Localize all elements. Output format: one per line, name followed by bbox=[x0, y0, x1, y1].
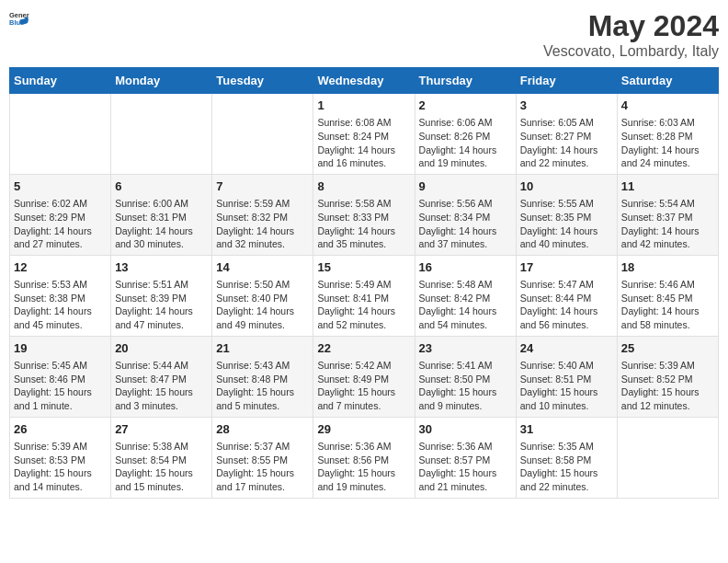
logo: General Blue bbox=[9, 9, 29, 33]
day-number: 17 bbox=[520, 259, 613, 276]
col-header-friday: Friday bbox=[516, 68, 617, 94]
day-info: Sunrise: 5:42 AMSunset: 8:49 PMDaylight:… bbox=[317, 359, 410, 413]
calendar-cell: 28Sunrise: 5:37 AMSunset: 8:55 PMDayligh… bbox=[212, 417, 313, 498]
day-number: 21 bbox=[216, 340, 309, 357]
calendar-cell: 27Sunrise: 5:38 AMSunset: 8:54 PMDayligh… bbox=[111, 417, 212, 498]
day-info: Sunrise: 6:05 AMSunset: 8:27 PMDaylight:… bbox=[520, 116, 613, 170]
calendar-cell bbox=[212, 94, 313, 175]
day-number: 15 bbox=[317, 259, 410, 276]
day-number: 7 bbox=[216, 178, 309, 195]
calendar-cell: 30Sunrise: 5:36 AMSunset: 8:57 PMDayligh… bbox=[415, 417, 516, 498]
day-number: 24 bbox=[520, 340, 613, 357]
day-info: Sunrise: 5:47 AMSunset: 8:44 PMDaylight:… bbox=[520, 278, 613, 332]
col-header-sunday: Sunday bbox=[10, 68, 111, 94]
day-number: 14 bbox=[216, 259, 309, 276]
day-info: Sunrise: 5:39 AMSunset: 8:53 PMDaylight:… bbox=[14, 440, 107, 494]
day-info: Sunrise: 5:58 AMSunset: 8:33 PMDaylight:… bbox=[317, 197, 410, 251]
calendar-cell: 1Sunrise: 6:08 AMSunset: 8:24 PMDaylight… bbox=[313, 94, 415, 175]
calendar-cell: 16Sunrise: 5:48 AMSunset: 8:42 PMDayligh… bbox=[415, 255, 516, 336]
day-number: 3 bbox=[520, 98, 613, 114]
day-number: 29 bbox=[317, 421, 410, 438]
day-number: 6 bbox=[115, 178, 208, 195]
day-number: 1 bbox=[317, 98, 410, 114]
day-number: 25 bbox=[621, 340, 714, 357]
day-info: Sunrise: 5:39 AMSunset: 8:52 PMDaylight:… bbox=[621, 359, 714, 413]
week-row-1: 1Sunrise: 6:08 AMSunset: 8:24 PMDaylight… bbox=[10, 94, 719, 175]
day-info: Sunrise: 5:53 AMSunset: 8:38 PMDaylight:… bbox=[14, 278, 107, 332]
day-info: Sunrise: 5:54 AMSunset: 8:37 PMDaylight:… bbox=[621, 197, 714, 251]
calendar-cell: 17Sunrise: 5:47 AMSunset: 8:44 PMDayligh… bbox=[516, 255, 617, 336]
day-number: 27 bbox=[115, 421, 208, 438]
day-info: Sunrise: 6:06 AMSunset: 8:26 PMDaylight:… bbox=[419, 116, 512, 170]
calendar-cell: 8Sunrise: 5:58 AMSunset: 8:33 PMDaylight… bbox=[313, 174, 415, 255]
calendar-cell bbox=[617, 417, 718, 498]
day-info: Sunrise: 5:40 AMSunset: 8:51 PMDaylight:… bbox=[520, 359, 613, 413]
day-number: 11 bbox=[621, 178, 714, 195]
calendar-cell: 31Sunrise: 5:35 AMSunset: 8:58 PMDayligh… bbox=[516, 417, 617, 498]
calendar-cell: 26Sunrise: 5:39 AMSunset: 8:53 PMDayligh… bbox=[10, 417, 111, 498]
day-info: Sunrise: 5:49 AMSunset: 8:41 PMDaylight:… bbox=[317, 278, 410, 332]
calendar-cell: 4Sunrise: 6:03 AMSunset: 8:28 PMDaylight… bbox=[617, 94, 718, 175]
day-number: 26 bbox=[14, 421, 107, 438]
calendar-cell: 25Sunrise: 5:39 AMSunset: 8:52 PMDayligh… bbox=[617, 336, 718, 417]
calendar-cell: 13Sunrise: 5:51 AMSunset: 8:39 PMDayligh… bbox=[111, 255, 212, 336]
day-number: 12 bbox=[14, 259, 107, 276]
week-row-4: 19Sunrise: 5:45 AMSunset: 8:46 PMDayligh… bbox=[10, 336, 719, 417]
week-row-3: 12Sunrise: 5:53 AMSunset: 8:38 PMDayligh… bbox=[10, 255, 719, 336]
calendar-cell: 15Sunrise: 5:49 AMSunset: 8:41 PMDayligh… bbox=[313, 255, 415, 336]
col-header-tuesday: Tuesday bbox=[212, 68, 313, 94]
calendar-table: SundayMondayTuesdayWednesdayThursdayFrid… bbox=[9, 67, 719, 499]
day-number: 19 bbox=[14, 340, 107, 357]
calendar-cell: 14Sunrise: 5:50 AMSunset: 8:40 PMDayligh… bbox=[212, 255, 313, 336]
day-number: 2 bbox=[419, 98, 512, 114]
day-number: 16 bbox=[419, 259, 512, 276]
day-number: 4 bbox=[621, 98, 714, 114]
col-header-wednesday: Wednesday bbox=[313, 68, 415, 94]
calendar-cell: 11Sunrise: 5:54 AMSunset: 8:37 PMDayligh… bbox=[617, 174, 718, 255]
day-info: Sunrise: 6:03 AMSunset: 8:28 PMDaylight:… bbox=[621, 116, 714, 170]
day-number: 5 bbox=[14, 178, 107, 195]
day-info: Sunrise: 5:44 AMSunset: 8:47 PMDaylight:… bbox=[115, 359, 208, 413]
page-title: May 2024 bbox=[543, 9, 719, 43]
day-number: 13 bbox=[115, 259, 208, 276]
day-info: Sunrise: 5:56 AMSunset: 8:34 PMDaylight:… bbox=[419, 197, 512, 251]
week-row-2: 5Sunrise: 6:02 AMSunset: 8:29 PMDaylight… bbox=[10, 174, 719, 255]
calendar-cell: 18Sunrise: 5:46 AMSunset: 8:45 PMDayligh… bbox=[617, 255, 718, 336]
day-info: Sunrise: 5:55 AMSunset: 8:35 PMDaylight:… bbox=[520, 197, 613, 251]
calendar-cell: 29Sunrise: 5:36 AMSunset: 8:56 PMDayligh… bbox=[313, 417, 415, 498]
day-info: Sunrise: 5:41 AMSunset: 8:50 PMDaylight:… bbox=[419, 359, 512, 413]
calendar-cell: 20Sunrise: 5:44 AMSunset: 8:47 PMDayligh… bbox=[111, 336, 212, 417]
calendar-cell: 19Sunrise: 5:45 AMSunset: 8:46 PMDayligh… bbox=[10, 336, 111, 417]
day-number: 10 bbox=[520, 178, 613, 195]
calendar-cell: 22Sunrise: 5:42 AMSunset: 8:49 PMDayligh… bbox=[313, 336, 415, 417]
day-info: Sunrise: 5:38 AMSunset: 8:54 PMDaylight:… bbox=[115, 440, 208, 494]
day-info: Sunrise: 5:43 AMSunset: 8:48 PMDaylight:… bbox=[216, 359, 309, 413]
day-info: Sunrise: 5:51 AMSunset: 8:39 PMDaylight:… bbox=[115, 278, 208, 332]
day-info: Sunrise: 6:08 AMSunset: 8:24 PMDaylight:… bbox=[317, 116, 410, 170]
calendar-cell: 12Sunrise: 5:53 AMSunset: 8:38 PMDayligh… bbox=[10, 255, 111, 336]
logo-graphic: General Blue bbox=[9, 9, 29, 33]
day-info: Sunrise: 5:36 AMSunset: 8:56 PMDaylight:… bbox=[317, 440, 410, 494]
calendar-cell: 7Sunrise: 5:59 AMSunset: 8:32 PMDaylight… bbox=[212, 174, 313, 255]
col-header-monday: Monday bbox=[111, 68, 212, 94]
day-number: 20 bbox=[115, 340, 208, 357]
calendar-cell: 24Sunrise: 5:40 AMSunset: 8:51 PMDayligh… bbox=[516, 336, 617, 417]
day-info: Sunrise: 5:35 AMSunset: 8:58 PMDaylight:… bbox=[520, 440, 613, 494]
title-section: May 2024 Vescovato, Lombardy, Italy bbox=[543, 9, 719, 60]
day-number: 23 bbox=[419, 340, 512, 357]
page-header: General Blue May 2024 Vescovato, Lombard… bbox=[9, 9, 719, 60]
day-info: Sunrise: 5:48 AMSunset: 8:42 PMDaylight:… bbox=[419, 278, 512, 332]
day-info: Sunrise: 5:45 AMSunset: 8:46 PMDaylight:… bbox=[14, 359, 107, 413]
day-info: Sunrise: 5:46 AMSunset: 8:45 PMDaylight:… bbox=[621, 278, 714, 332]
day-info: Sunrise: 5:59 AMSunset: 8:32 PMDaylight:… bbox=[216, 197, 309, 251]
page-subtitle: Vescovato, Lombardy, Italy bbox=[543, 43, 719, 60]
calendar-cell bbox=[111, 94, 212, 175]
day-number: 9 bbox=[419, 178, 512, 195]
calendar-cell: 6Sunrise: 6:00 AMSunset: 8:31 PMDaylight… bbox=[111, 174, 212, 255]
day-number: 28 bbox=[216, 421, 309, 438]
col-header-thursday: Thursday bbox=[415, 68, 516, 94]
svg-text:Blue: Blue bbox=[9, 18, 24, 27]
day-number: 22 bbox=[317, 340, 410, 357]
day-number: 30 bbox=[419, 421, 512, 438]
calendar-cell: 21Sunrise: 5:43 AMSunset: 8:48 PMDayligh… bbox=[212, 336, 313, 417]
